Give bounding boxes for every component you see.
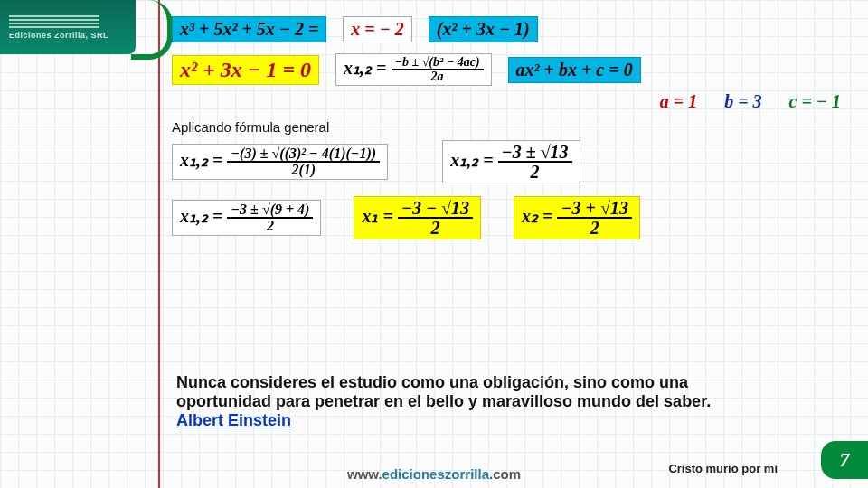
step1r-num: −3 ± √13 <box>498 143 572 163</box>
brand-logo: Ediciones Zorrilla, SRL <box>0 0 136 54</box>
note-aplicando: Aplicando fórmula general <box>172 119 841 135</box>
step1-num: −(3) ± √((3)² − 4(1)(−1)) <box>227 146 380 163</box>
quote-author: Albert Einstein <box>176 411 291 429</box>
cubic-expr: x³ + 5x² + 5x − 2 = <box>172 16 326 42</box>
slide-content: x³ + 5x² + 5x − 2 = x = − 2 (x² + 3x − 1… <box>172 11 841 434</box>
sol1-den: 2 <box>427 219 443 237</box>
coef-c: c = − 1 <box>789 91 841 112</box>
row-cubic: x³ + 5x² + 5x − 2 = x = − 2 (x² + 3x − 1… <box>172 16 841 42</box>
solution-1: x₁ = −3 − √13 2 <box>354 196 481 239</box>
step1-box: x₁,₂ = −(3) ± √((3)² − 4(1)(−1)) 2(1) <box>172 144 388 180</box>
step1r-lhs: x₁,₂ = <box>450 150 493 170</box>
quadratic-formula: x₁,₂ = −b ± √(b² − 4ac) 2a <box>335 53 491 86</box>
row-quad: x² + 3x − 1 = 0 x₁,₂ = −b ± √(b² − 4ac) … <box>172 53 841 86</box>
quote-text: Nunca consideres el estudio como una obl… <box>176 373 711 410</box>
sol1-lhs: x₁ = <box>362 206 392 226</box>
sol2-lhs: x₂ = <box>522 206 552 226</box>
quote-block: Nunca consideres el estudio como una obl… <box>176 373 732 430</box>
row-step2: x₁,₂ = −3 ± √(9 + 4) 2 x₁ = −3 − √13 2 x… <box>172 196 841 239</box>
step1-den: 2(1) <box>288 163 319 177</box>
formula-denominator: 2a <box>428 70 448 83</box>
bracket-decoration <box>131 0 173 60</box>
solution-2: x₂ = −3 + √13 2 <box>514 196 640 239</box>
brand-text: Ediciones Zorrilla, SRL <box>9 31 136 40</box>
sol2-den: 2 <box>587 219 603 237</box>
formula-lhs: x₁,₂ = <box>344 58 386 78</box>
step2-box: x₁,₂ = −3 ± √(9 + 4) 2 <box>172 200 321 236</box>
sol1-num: −3 − √13 <box>398 199 473 219</box>
coef-b: b = 3 <box>724 91 761 112</box>
step1r-box: x₁,₂ = −3 ± √13 2 <box>442 140 580 183</box>
row-step1: x₁,₂ = −(3) ± √((3)² − 4(1)(−1)) 2(1) x₁… <box>172 140 841 183</box>
quadratic-eq: x² + 3x − 1 = 0 <box>172 55 319 85</box>
page-number: 7 <box>821 441 868 479</box>
formula-numerator: −b ± √(b² − 4ac) <box>392 56 484 70</box>
footer-phrase: Cristo murió por mí <box>668 462 778 475</box>
std-form: ax² + bx + c = 0 <box>508 57 641 83</box>
step2-lhs: x₁,₂ = <box>180 206 222 226</box>
root-value: x = − 2 <box>343 16 412 42</box>
footer-site: www.www.edicioneszorrilla.comedicioneszo… <box>347 466 521 482</box>
quadratic-factor: (x² + 3x − 1) <box>429 16 538 42</box>
step2-den: 2 <box>263 219 278 233</box>
coef-a: a = 1 <box>660 91 697 112</box>
step2-num: −3 ± √(9 + 4) <box>227 202 313 219</box>
sol2-num: −3 + √13 <box>557 199 632 219</box>
row-coefs: a = 1 b = 3 c = − 1 <box>172 91 841 112</box>
step1r-den: 2 <box>527 163 543 181</box>
margin-rule <box>158 0 160 488</box>
step1-lhs: x₁,₂ = <box>180 150 222 170</box>
